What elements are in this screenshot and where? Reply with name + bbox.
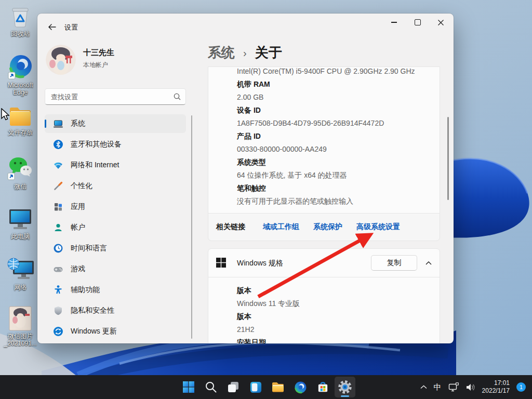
task-view-icon — [227, 380, 240, 394]
sidebar: 系统 蓝牙和其他设备 网络和 Internet 个性化 — [45, 114, 186, 343]
wechat-icon — [7, 156, 34, 182]
system-tray: 中 17:01 2022/1/17 1 — [420, 375, 532, 399]
desktop-icon-edge[interactable]: MicrosoftEdge — [0, 54, 41, 96]
taskbar: 中 17:01 2022/1/17 1 — [0, 375, 532, 399]
main-scrollbar[interactable] — [447, 117, 449, 200]
settings-gear-icon — [338, 380, 352, 394]
recycle-bin-icon — [8, 4, 32, 29]
volume-tray-button[interactable] — [466, 383, 475, 392]
windows-start-icon — [182, 381, 195, 393]
notification-badge[interactable]: 1 — [516, 382, 526, 392]
user-name: 十三先生 — [83, 48, 114, 58]
ime-indicator[interactable]: 中 — [434, 382, 442, 392]
maximize-button[interactable] — [406, 14, 429, 31]
desktop-icon-wechat-image[interactable]: 微信图片_2021091... — [0, 305, 41, 347]
gamepad-icon — [53, 264, 63, 274]
chevron-up-icon — [425, 261, 432, 265]
widgets-button[interactable] — [245, 377, 266, 397]
desktop-icon-label: 回收站 — [0, 30, 41, 37]
maximize-icon — [415, 19, 421, 25]
link-domain-workgroup[interactable]: 域或工作组 — [263, 222, 299, 232]
desktop-icon-this-pc[interactable]: 此电脑 — [0, 207, 41, 240]
brush-icon — [53, 181, 63, 191]
minimize-icon — [391, 22, 397, 22]
tray-overflow-button[interactable] — [420, 385, 427, 389]
windows-spec-title: Windows 规格 — [237, 259, 283, 268]
desktop-icon-network[interactable]: 网络 — [0, 256, 41, 291]
close-icon — [438, 20, 444, 25]
store-icon — [316, 381, 329, 394]
sidebar-item-accessibility[interactable]: 辅助功能 — [45, 281, 186, 299]
close-button[interactable] — [429, 14, 453, 31]
sidebar-item-personalization[interactable]: 个性化 — [45, 177, 186, 195]
row-value: 2.00 GB — [237, 91, 440, 104]
search-icon — [205, 381, 217, 393]
row-label: 机带 RAM — [237, 78, 440, 91]
sidebar-item-label: 系统 — [71, 119, 85, 128]
taskbar-search-button[interactable] — [201, 377, 221, 397]
minimize-button[interactable] — [382, 14, 406, 31]
titlebar: 设置 — [37, 14, 454, 32]
page-title: 关于 — [255, 44, 282, 62]
link-system-protection[interactable]: 系统保护 — [313, 222, 342, 232]
desktop-icon-folder[interactable]: 文件存放 — [0, 105, 41, 136]
device-spec-card: Intel(R) Core(TM) i5-9400F CPU @ 2.90GHz… — [208, 66, 440, 213]
microsoft-store-button[interactable] — [312, 377, 333, 397]
sidebar-item-bluetooth-devices[interactable]: 蓝牙和其他设备 — [45, 135, 186, 154]
bluetooth-icon — [53, 139, 63, 150]
desktop-icon-recycle-bin[interactable]: 回收站 — [0, 4, 41, 37]
window-title: 设置 — [64, 23, 78, 32]
update-sync-icon — [53, 326, 63, 337]
divider — [208, 277, 440, 277]
speaker-volume-icon — [466, 383, 475, 392]
sidebar-item-accounts[interactable]: 帐户 — [45, 218, 186, 237]
collapse-expander-button[interactable] — [422, 258, 435, 268]
search-icon — [174, 93, 181, 100]
sidebar-item-time-language[interactable]: 时间和语言 — [45, 239, 186, 258]
system-icon — [53, 118, 63, 129]
related-links-row: 相关链接 域或工作组 系统保护 高级系统设置 — [208, 213, 440, 241]
wifi-icon — [53, 160, 63, 170]
shield-icon — [53, 305, 63, 316]
desktop-icon-wechat[interactable]: 微信 — [0, 156, 41, 190]
windows-spec-header[interactable]: Windows 规格 复制 — [208, 249, 440, 277]
search-box — [45, 88, 186, 105]
sidebar-item-privacy-security[interactable]: 隐私和安全性 — [45, 301, 186, 320]
user-account-type: 本地帐户 — [83, 61, 108, 70]
clock[interactable]: 17:01 2022/1/17 — [482, 379, 510, 395]
person-icon — [53, 222, 63, 233]
file-explorer-button[interactable] — [268, 377, 288, 397]
copy-button[interactable]: 复制 — [371, 255, 417, 271]
sidebar-item-apps[interactable]: 应用 — [45, 197, 186, 216]
image-thumbnail-icon — [8, 305, 33, 331]
sidebar-item-gaming[interactable]: 游戏 — [45, 260, 186, 278]
cpu-value: Intel(R) Core(TM) i5-9400F CPU @ 2.90GHz… — [237, 66, 440, 78]
breadcrumb: 系统 › 关于 — [208, 44, 282, 62]
start-button[interactable] — [178, 377, 199, 397]
edge-icon — [294, 381, 307, 394]
sidebar-item-system[interactable]: 系统 — [45, 114, 186, 133]
back-arrow-icon — [48, 24, 56, 30]
network-icon — [6, 256, 35, 283]
network-tray-button[interactable] — [448, 382, 459, 392]
tray-time: 17:01 — [482, 379, 510, 387]
sidebar-item-network-internet[interactable]: 网络和 Internet — [45, 156, 186, 175]
edge-button[interactable] — [290, 377, 311, 397]
clock-icon — [53, 243, 63, 254]
tray-date: 2022/1/17 — [482, 387, 510, 395]
task-view-button[interactable] — [223, 377, 244, 397]
settings-window: 设置 十三先生 本地帐户 — [37, 14, 454, 343]
ethernet-network-icon — [448, 382, 459, 392]
breadcrumb-parent[interactable]: 系统 — [208, 44, 235, 62]
sidebar-item-windows-update[interactable]: Windows 更新 — [45, 322, 186, 341]
user-avatar — [46, 45, 76, 75]
widgets-icon — [249, 381, 262, 394]
settings-button[interactable] — [335, 377, 355, 397]
search-input[interactable] — [45, 88, 186, 105]
folder-icon — [7, 105, 33, 128]
sidebar-scrollbar[interactable] — [191, 115, 192, 339]
back-button[interactable] — [45, 21, 59, 33]
link-advanced-system-settings[interactable]: 高级系统设置 — [356, 222, 400, 232]
accessibility-icon — [53, 285, 63, 295]
windows-logo-icon — [216, 258, 226, 268]
